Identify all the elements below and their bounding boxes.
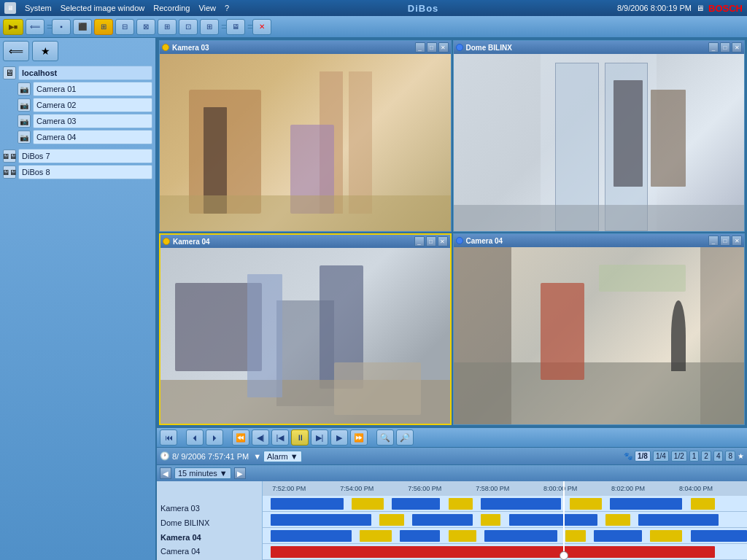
toolbar-layout-6[interactable]: ⊟ — [115, 19, 134, 35]
timeline-scale-label: 15 minutes — [178, 469, 217, 478]
camera-titlebar-kamera03: Kamera 03 _ □ ✕ — [160, 41, 451, 54]
sidebar-bookmark-btn[interactable]: ★ — [32, 41, 58, 61]
toolbar-btn-back[interactable]: ⟸ — [26, 19, 44, 35]
localhost-label[interactable]: localhost — [18, 66, 152, 80]
cam-maximize-btn-kamera04[interactable]: □ — [426, 236, 436, 246]
dibos7-label[interactable]: DiBos 7 — [18, 149, 152, 163]
menu-recording[interactable]: Recording — [153, 4, 190, 12]
tree-item-camera04[interactable]: Camera 04 — [18, 130, 152, 144]
menu-system[interactable]: System — [25, 4, 52, 12]
speed-btn-1[interactable]: 1 — [689, 451, 700, 462]
menu-view[interactable]: View — [198, 4, 216, 12]
speed-btn-1-4[interactable]: 1/4 — [653, 451, 669, 462]
cam-indicator-camera04 — [456, 237, 463, 244]
pb-frame-fwd[interactable]: ▶| — [311, 429, 328, 446]
camera02-icon — [18, 98, 31, 112]
camera-cell-kamera03[interactable]: Kamera 03 _ □ ✕ — [159, 40, 452, 232]
pb-prev[interactable]: ⏴ — [186, 429, 204, 446]
timeline-cursor-handle[interactable] — [560, 551, 568, 560]
cam-name-dome: Dome BILINX — [466, 44, 512, 52]
pb-play[interactable]: ▶ — [330, 429, 348, 446]
toolbar-layout-1[interactable]: ▪ — [52, 19, 71, 35]
cam-minimize-btn-kamera03[interactable]: _ — [415, 42, 425, 52]
brand-label: BOSCH — [708, 3, 743, 14]
pb-frame-back[interactable]: |◀ — [271, 429, 289, 446]
timeline-segment — [594, 530, 642, 542]
timeline-segment — [400, 530, 440, 542]
speed-btn-1-2[interactable]: 1/2 — [671, 451, 687, 462]
time-tick-3: 7:58:00 PM — [476, 485, 509, 492]
camera01-label[interactable]: Camera 01 — [33, 82, 152, 96]
cam-minimize-btn-dome[interactable]: _ — [708, 42, 719, 52]
speed-btn-1-8[interactable]: 1/8 — [635, 451, 651, 462]
cam-name-kamera04: Kamera 04 — [173, 238, 210, 246]
bookmark-icon: ★ — [738, 452, 744, 460]
pb-skip-start[interactable]: ⏮ — [160, 429, 177, 446]
timeline-next-btn[interactable]: ▶ — [234, 467, 246, 479]
toolbar-layout-4[interactable]: ⊞ — [94, 19, 113, 35]
timeline-segment — [610, 498, 683, 510]
pb-skip-back[interactable]: ⏪ — [232, 429, 249, 446]
time-tick-2: 7:56:00 PM — [408, 485, 441, 492]
timeline-prev-btn[interactable]: ◀ — [160, 467, 171, 479]
pb-step-back[interactable]: ◀| — [252, 429, 269, 446]
toolbar-layout-8[interactable]: ⊠ — [136, 19, 155, 35]
toolbar-fullscreen[interactable]: 🖥 — [226, 19, 245, 35]
pb-pause[interactable]: ⏸ — [291, 429, 309, 446]
timeline-scale-selector[interactable]: 15 minutes ▼ — [174, 467, 231, 479]
camera03-label[interactable]: Camera 03 — [33, 114, 152, 128]
main-area: ⟸ ★ localhost Camera 01 Camera 02 Camera… — [0, 38, 747, 560]
speed-btn-8[interactable]: 8 — [725, 451, 735, 462]
camera-cell-kamera04[interactable]: Kamera 04 _ □ ✕ — [159, 233, 452, 425]
scale-dropdown-arrow: ▼ — [220, 469, 228, 478]
tree-item-localhost[interactable]: localhost — [3, 66, 152, 80]
toolbar-close-all[interactable]: ✕ — [252, 19, 271, 35]
cam-minimize-btn-kamera04[interactable]: _ — [414, 236, 425, 246]
cam-maximize-btn-camera04[interactable]: □ — [720, 236, 730, 246]
tree-item-camera01[interactable]: Camera 01 — [18, 82, 152, 96]
alarm-dropdown[interactable]: Alarm ▼ — [263, 451, 302, 462]
time-tick-1: 7:54:00 PM — [340, 485, 374, 492]
speed-btn-2[interactable]: 2 — [701, 451, 711, 462]
tree-item-camera02[interactable]: Camera 02 — [18, 98, 152, 112]
toolbar-layout-12[interactable]: ⊡ — [179, 19, 198, 35]
timeline-segment — [271, 514, 371, 526]
sidebar-back-btn[interactable]: ⟸ — [3, 41, 29, 61]
timeline-cursor[interactable] — [563, 481, 565, 560]
cam-feed-camera04 — [454, 234, 745, 424]
timeline-segment — [392, 498, 440, 510]
cam-feed-dome — [454, 41, 745, 231]
cam-close-btn-kamera04[interactable]: ✕ — [438, 236, 448, 246]
dibos8-label[interactable]: DiBos 8 — [18, 165, 152, 179]
menu-selected-image[interactable]: Selected image window — [61, 4, 145, 12]
speed-btn-4[interactable]: 4 — [713, 451, 724, 462]
pb-zoom-in[interactable]: 🔍 — [376, 429, 394, 446]
tree-item-dibos7[interactable]: 🖥 DiBos 7 — [3, 149, 152, 163]
menu-help[interactable]: ? — [225, 4, 229, 12]
pb-skip-fwd[interactable]: ⏩ — [350, 429, 368, 446]
cam-maximize-btn-kamera03[interactable]: □ — [427, 42, 437, 52]
timeline-track-area[interactable]: 7:52:00 PM 7:54:00 PM 7:56:00 PM 7:58:00… — [263, 481, 747, 560]
tl-label-kamera04: Kamera 04 — [158, 532, 260, 542]
tree-item-camera03[interactable]: Camera 03 — [18, 114, 152, 128]
timeline-segment — [360, 530, 392, 542]
cam-minimize-btn-camera04[interactable]: _ — [708, 236, 719, 246]
cam-close-btn-kamera03[interactable]: ✕ — [438, 42, 449, 52]
camera04-label[interactable]: Camera 04 — [33, 130, 152, 144]
app-logo: ▶■ — [3, 19, 23, 35]
timeline-segment — [638, 514, 719, 526]
toolbar-layout-16[interactable]: ⊞ — [200, 19, 219, 35]
toolbar-separator-3 — [247, 19, 250, 35]
camera02-label[interactable]: Camera 02 — [33, 98, 152, 112]
toolbar-layout-9[interactable]: ⊞ — [158, 19, 177, 35]
cam-close-btn-dome[interactable]: ✕ — [732, 42, 742, 52]
toolbar-layout-2[interactable]: ⬛ — [73, 19, 92, 35]
pb-zoom-out[interactable]: 🔎 — [396, 429, 414, 446]
content-area: Kamera 03 _ □ ✕ — [157, 38, 747, 560]
pb-play-fwd[interactable]: ⏵ — [206, 429, 223, 446]
cam-close-btn-camera04[interactable]: ✕ — [732, 236, 742, 246]
camera-cell-dome[interactable]: Dome BILINX _ □ ✕ — [453, 40, 746, 232]
cam-maximize-btn-dome[interactable]: □ — [720, 42, 730, 52]
camera-cell-camera04[interactable]: Camera 04 _ □ ✕ — [453, 233, 746, 425]
tree-item-dibos8[interactable]: 🖥 DiBos 8 — [3, 165, 152, 179]
